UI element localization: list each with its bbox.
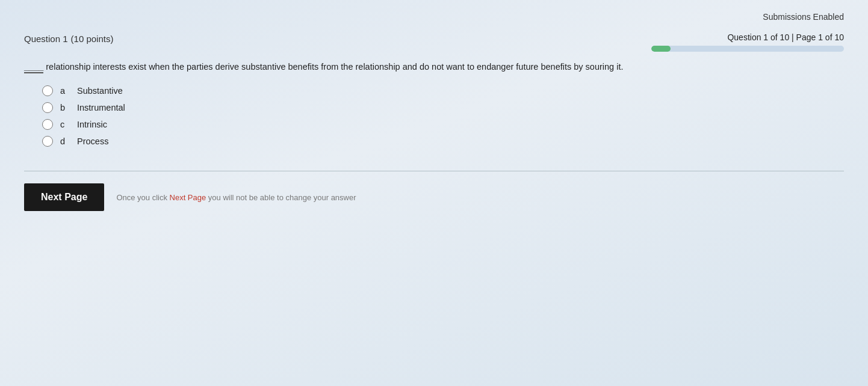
submissions-enabled-label: Submissions Enabled [763, 12, 844, 22]
option-item-c: c Intrinsic [42, 119, 844, 130]
option-letter-c: c [60, 120, 66, 129]
option-label-b: Instrumental [77, 103, 125, 112]
option-label-a: Substantive [77, 86, 123, 96]
question-text: ____ relationship interests exist when t… [24, 60, 686, 73]
progress-bar-container [651, 46, 844, 52]
option-item-d: d Process [42, 136, 844, 147]
divider [24, 171, 844, 171]
progress-bar-fill [651, 46, 671, 52]
option-label-d: Process [77, 136, 108, 146]
bottom-bar: Next Page Once you click Next Page you w… [24, 183, 844, 211]
warning-link: Next Page [170, 193, 206, 202]
option-letter-d: d [60, 136, 66, 146]
question-blank: ____ [24, 62, 43, 73]
option-letter-b: b [60, 103, 66, 112]
option-label-c: Intrinsic [77, 120, 107, 129]
option-letter-a: a [60, 86, 66, 96]
options-list: a Substantive b Instrumental c Intrinsic… [42, 85, 844, 147]
next-page-button[interactable]: Next Page [24, 183, 104, 211]
page-container: Submissions Enabled Question 1 (10 point… [0, 0, 868, 386]
warning-text: Once you click Next Page you will not be… [116, 193, 356, 202]
question-nav-label: Question 1 of 10 | Page 1 of 10 [727, 32, 844, 42]
radio-a[interactable] [42, 85, 53, 96]
radio-d[interactable] [42, 136, 53, 147]
radio-b[interactable] [42, 102, 53, 113]
question-header: Question 1 (10 points) Question 1 of 10 … [24, 32, 844, 52]
option-item-b: b Instrumental [42, 102, 844, 113]
question-title: Question 1 (10 points) [24, 32, 113, 45]
question-progress-area: Question 1 of 10 | Page 1 of 10 [651, 32, 844, 52]
top-bar: Submissions Enabled [24, 12, 844, 22]
option-item-a: a Substantive [42, 85, 844, 96]
radio-c[interactable] [42, 119, 53, 130]
